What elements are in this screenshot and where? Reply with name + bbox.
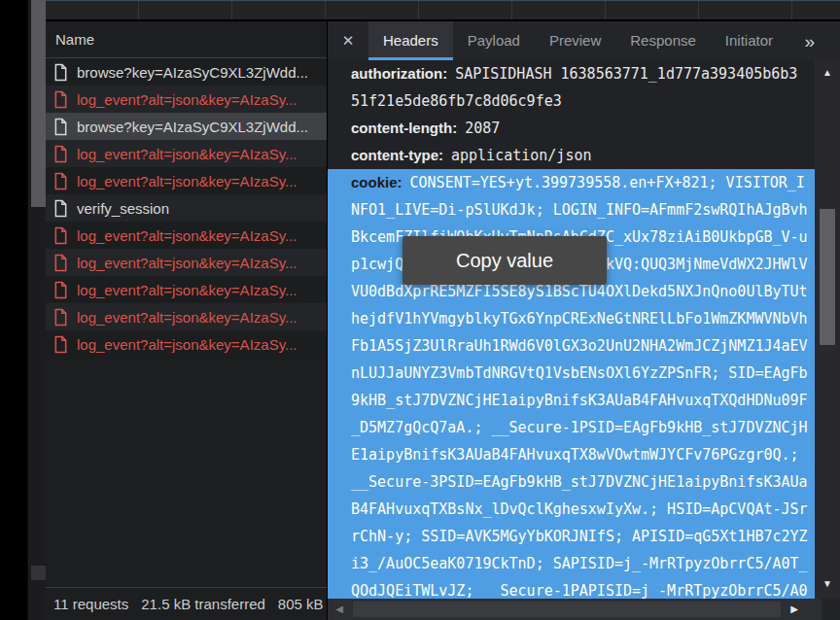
network-status-bar: 11 requests 21.5 kB transferred 805 kB <box>46 587 327 620</box>
request-row[interactable]: log_event?alt=json&key=AIzaSy... <box>46 167 327 194</box>
chevron-double-right-icon[interactable]: » <box>804 32 815 51</box>
header-value: application/json <box>451 147 592 164</box>
cookie-header-selected: cookie:CONSENT=YES+yt.399739558.en+FX+82… <box>328 169 815 599</box>
file-icon <box>53 118 68 136</box>
vertical-scrollbar[interactable]: ▲ ▼ <box>815 60 840 599</box>
header-value: hejdfV1hYVmgyblkyTGx6YnpCRExNeGtNRElLbFo… <box>351 310 808 327</box>
header-line: cookie:CONSENT=YES+yt.399739558.en+FX+82… <box>328 169 815 196</box>
cookie-lines: cookie:CONSENT=YES+yt.399739558.en+FX+82… <box>328 169 815 599</box>
header-value: CONSENT=YES+yt.399739558.en+FX+821; VISI… <box>410 174 805 191</box>
request-label: log_event?alt=json&key=AIzaSy... <box>77 255 298 271</box>
horizontal-scrollbar-thumb[interactable] <box>353 602 781 617</box>
header-line: NFO1_LIVE=Di-pSlUKdJk; LOGIN_INFO=AFmmF2… <box>328 196 815 224</box>
header-name: content-type: <box>351 147 443 163</box>
name-column-header[interactable]: Name <box>46 21 327 58</box>
request-label: log_event?alt=json&key=AIzaSy... <box>77 146 298 162</box>
header-line: nLUJJaUNYZ3VmbTdNRGVtQ1VsbENsOXl6YzZPSnF… <box>328 360 815 387</box>
request-row[interactable]: browse?key=AIzaSyC9XL3ZjWdd... <box>46 113 327 140</box>
header-line: 51f21e5de86fb7c8d06c9fe3 <box>328 87 815 115</box>
overview-segment <box>419 1 512 19</box>
file-icon <box>53 335 68 354</box>
request-label: log_event?alt=json&key=AIzaSy... <box>77 173 298 189</box>
header-value: 51f21e5de86fb7c8d06c9fe3 <box>351 92 562 110</box>
request-row[interactable]: verify_session <box>46 194 327 222</box>
resources-size: 805 kB <box>278 596 324 612</box>
header-line: Fb1A5SjZ3UlRraUh1RWd6V0lGX3o2UnU2NHA2WmJ… <box>328 332 815 360</box>
request-label: log_event?alt=json&key=AIzaSy... <box>77 91 298 108</box>
header-value: VU0dBdXprRE5MZFI5SE8yS1BScTU4OXlDekd5NXJ… <box>351 283 808 300</box>
tab-response[interactable]: Response <box>615 21 711 60</box>
request-label: browse?key=AIzaSyC9XL3ZjWdd... <box>77 64 308 81</box>
file-icon <box>53 199 68 218</box>
tab-initiator[interactable]: Initiator <box>711 21 788 60</box>
header-line: 9kHB_stJ7DVZNCjHE1aipyBnifsK3AUaB4FAHvux… <box>328 387 815 414</box>
request-row[interactable]: browse?key=AIzaSyC9XL3ZjWdd... <box>46 58 327 86</box>
request-count: 11 requests <box>53 596 128 612</box>
header-line: __Secure-3PSID=EAgFb9kHB_stJ7DVZNCjHE1ai… <box>328 468 815 496</box>
headers-content: authorization:SAPISIDHASH 1638563771_1d7… <box>328 60 815 599</box>
header-line: hejdfV1hYVmgyblkyTGx6YnpCRExNeGtNRElLbFo… <box>328 305 815 332</box>
overview-segment <box>512 1 606 19</box>
horizontal-scrollbar[interactable]: ◀ ▶ <box>328 599 822 620</box>
tab-headers[interactable]: Headers <box>368 21 453 60</box>
copy-value-menu-item[interactable]: Copy value <box>402 236 607 285</box>
vertical-scrollbar-thumb[interactable] <box>820 209 835 345</box>
scrollbar-corner <box>822 599 840 620</box>
request-list: browse?key=AIzaSyC9XL3ZjWdd... log_event… <box>46 58 327 358</box>
request-row[interactable]: log_event?alt=json&key=AIzaSy... <box>46 222 327 249</box>
tab-preview[interactable]: Preview <box>535 21 615 60</box>
page-scrollbar[interactable] <box>27 0 46 620</box>
request-table-panel: Name browse?key=AIzaSyC9XL3ZjWdd... log_… <box>46 21 327 620</box>
header-line: content-length:2087 <box>328 115 815 142</box>
header-plain-lines: authorization:SAPISIDHASH 1638563771_1d7… <box>328 60 815 169</box>
file-icon <box>53 90 68 109</box>
file-icon <box>53 172 68 190</box>
request-row[interactable]: log_event?alt=json&key=AIzaSy... <box>46 276 327 303</box>
header-line: rChN-y; SSID=AVK5MGyYbKORJNIfS; APISID=q… <box>328 523 815 550</box>
tab-payload[interactable]: Payload <box>453 21 535 60</box>
file-icon <box>53 308 68 327</box>
scroll-down-icon[interactable]: ▼ <box>815 578 840 590</box>
overview-segment <box>699 1 792 19</box>
header-value: 2087 <box>465 120 500 137</box>
scroll-left-icon[interactable]: ◀ <box>330 599 349 620</box>
scroll-right-icon[interactable]: ▶ <box>785 599 804 620</box>
request-label: verify_session <box>77 200 169 217</box>
overview-segment <box>326 1 419 19</box>
header-value: nLUJJaUNYZ3VmbTdNRGVtQ1VsbENsOXl6YzZPSnF… <box>351 364 808 382</box>
file-icon <box>53 145 68 163</box>
devtools-network-panel: { "overview": { "segment_count": 9 }, "l… <box>0 0 840 620</box>
header-value: 9kHB_stJ7DVZNCjHE1aipyBnifsK3AUaB4FAHvux… <box>351 392 808 409</box>
scroll-up-icon[interactable]: ▲ <box>815 67 840 79</box>
overview-segment <box>139 1 232 19</box>
request-label: log_event?alt=json&key=AIzaSy... <box>77 309 298 326</box>
header-value: Fb1A5SjZ3UlRraUh1RWd6V0lGX3o2UnU2NHA2WmJ… <box>351 337 808 355</box>
request-row[interactable]: log_event?alt=json&key=AIzaSy... <box>46 303 327 330</box>
overview-segment <box>792 1 840 19</box>
request-label: log_event?alt=json&key=AIzaSy... <box>77 282 298 298</box>
request-label: log_event?alt=json&key=AIzaSy... <box>77 227 298 244</box>
header-name: authorization: <box>351 65 447 82</box>
header-line: _D5MZ7gQcQ7aA.; __Secure-1PSID=EAgFb9kHB… <box>328 414 815 441</box>
close-icon[interactable]: ✕ <box>328 21 368 60</box>
page-scrollbar-thumb[interactable] <box>31 0 46 207</box>
header-line: E1aipyBnifsK3AUaB4FAHvuxqTX8wVOwtmWJYCFv… <box>328 441 815 468</box>
file-icon <box>53 63 68 82</box>
file-icon <box>53 281 68 299</box>
header-value: i3_/AuOC5eaK0719CkTnD; SAPISID=j_-MrRTpy… <box>351 555 808 572</box>
tab-list: HeadersPayloadPreviewResponseInitiator <box>368 21 788 60</box>
header-value: rChN-y; SSID=AVK5MGyYbKORJNIfS; APISID=q… <box>351 528 808 545</box>
request-row[interactable]: log_event?alt=json&key=AIzaSy... <box>46 140 327 167</box>
request-row[interactable]: log_event?alt=json&key=AIzaSy... <box>46 249 327 276</box>
header-value: __Secure-3PSID=EAgFb9kHB_stJ7DVZNCjHE1ai… <box>351 473 808 491</box>
request-row[interactable]: log_event?alt=json&key=AIzaSy... <box>46 330 327 358</box>
header-line: i3_/AuOC5eaK0719CkTnD; SAPISID=j_-MrRTpy… <box>328 550 815 577</box>
network-overview-bar[interactable] <box>46 0 840 19</box>
header-line: authorization:SAPISIDHASH 1638563771_1d7… <box>328 60 815 87</box>
header-value: SAPISIDHASH 1638563771_1d777a393405b6b3 <box>455 65 797 83</box>
request-label: browse?key=AIzaSyC9XL3ZjWdd... <box>77 119 308 135</box>
header-line: B4FAHvuxqTXBsNx_lDvQclKghesxwIyXw.; HSID… <box>328 496 815 523</box>
request-row[interactable]: log_event?alt=json&key=AIzaSy... <box>46 86 327 113</box>
file-icon <box>53 254 68 272</box>
header-name: content-length: <box>351 120 457 136</box>
